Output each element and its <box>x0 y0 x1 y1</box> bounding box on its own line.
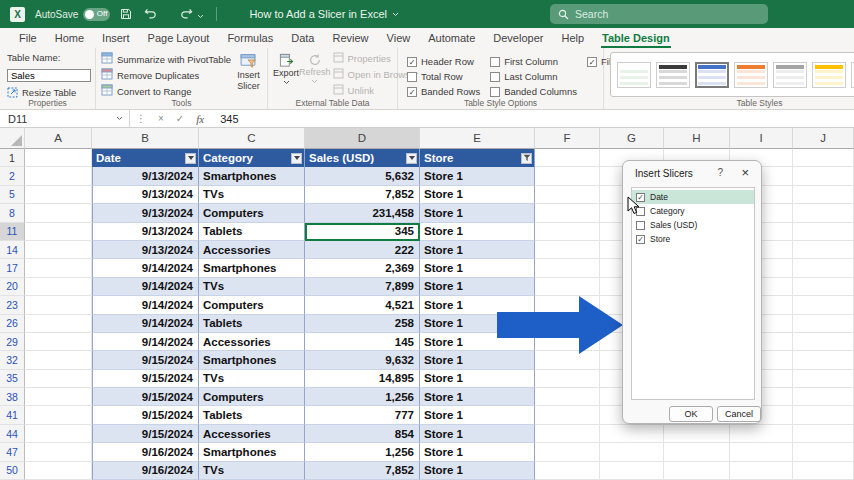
cell-sales-23[interactable]: 4,521 <box>305 296 420 314</box>
empty-cell[interactable] <box>535 241 600 259</box>
checkbox-last-column[interactable]: Last Column <box>490 69 577 84</box>
cell-date-23[interactable]: 9/14/2024 <box>92 296 199 314</box>
table-style-dark-black[interactable] <box>656 62 690 88</box>
tab-developer[interactable]: Developer <box>484 28 552 48</box>
table-header-category[interactable]: Category <box>199 149 305 167</box>
table-header-store[interactable]: Store <box>420 149 535 167</box>
empty-cell[interactable] <box>730 425 793 443</box>
column-header-f[interactable]: F <box>535 128 600 149</box>
cell-category-8[interactable]: Computers <box>199 204 305 222</box>
cell-store-14[interactable]: Store 1 <box>420 241 535 259</box>
table-style-medium-yellow[interactable] <box>812 62 846 88</box>
filter-dropdown-icon[interactable] <box>291 153 302 164</box>
row-header-50[interactable]: 50 <box>0 462 25 480</box>
checkbox-header-row[interactable]: ✓Header Row <box>407 54 480 69</box>
cell-sales-41[interactable]: 777 <box>305 406 420 424</box>
cell-category-23[interactable]: Computers <box>199 296 305 314</box>
cell-category-5[interactable]: TVs <box>199 186 305 204</box>
autosave-toggle[interactable]: Off <box>83 8 110 21</box>
table-style-medium-gray[interactable] <box>773 62 807 88</box>
cell-date-38[interactable]: 9/15/2024 <box>92 388 199 406</box>
empty-cell[interactable] <box>664 425 730 443</box>
empty-cell[interactable] <box>535 388 600 406</box>
empty-cell[interactable] <box>793 388 854 406</box>
cell-sales-47[interactable]: 1,256 <box>305 443 420 461</box>
empty-cell[interactable] <box>535 204 600 222</box>
cell-category-41[interactable]: Tablets <box>199 406 305 424</box>
empty-cell[interactable] <box>793 278 854 296</box>
slicer-field-store[interactable]: ✓Store <box>632 232 754 246</box>
column-header-h[interactable]: H <box>664 128 730 149</box>
tab-help[interactable]: Help <box>552 28 593 48</box>
cell-sales-11[interactable]: 345 <box>305 223 420 241</box>
cell-store-38[interactable]: Store 1 <box>420 388 535 406</box>
table-style-light-green[interactable] <box>617 62 651 88</box>
empty-cell[interactable] <box>25 370 92 388</box>
empty-cell[interactable] <box>793 462 854 480</box>
empty-cell[interactable] <box>793 149 854 167</box>
export-button[interactable]: Export <box>273 51 299 97</box>
cell-sales-14[interactable]: 222 <box>305 241 420 259</box>
empty-cell[interactable] <box>25 462 92 480</box>
empty-cell[interactable] <box>793 333 854 351</box>
cell-date-5[interactable]: 9/13/2024 <box>92 186 199 204</box>
column-header-j[interactable]: J <box>793 128 854 149</box>
cell-sales-35[interactable]: 14,895 <box>305 370 420 388</box>
cell-store-47[interactable]: Store 1 <box>420 443 535 461</box>
empty-cell[interactable] <box>25 204 92 222</box>
empty-cell[interactable] <box>535 370 600 388</box>
row-header-41[interactable]: 41 <box>0 406 25 424</box>
cell-date-44[interactable]: 9/15/2024 <box>92 425 199 443</box>
tab-insert[interactable]: Insert <box>93 28 139 48</box>
empty-cell[interactable] <box>25 186 92 204</box>
tab-review[interactable]: Review <box>323 28 377 48</box>
table-style-medium-orange[interactable] <box>734 62 768 88</box>
empty-cell[interactable] <box>25 351 92 369</box>
empty-cell[interactable] <box>793 241 854 259</box>
empty-cell[interactable] <box>664 462 730 480</box>
document-title[interactable]: How to Add a Slicer in Excel <box>249 8 399 20</box>
cell-date-20[interactable]: 9/14/2024 <box>92 278 199 296</box>
empty-cell[interactable] <box>25 278 92 296</box>
formula-value[interactable]: 345 <box>220 113 238 125</box>
cell-sales-8[interactable]: 231,458 <box>305 204 420 222</box>
checkbox-banded-columns[interactable]: Banded Columns <box>490 84 577 99</box>
cell-date-26[interactable]: 9/14/2024 <box>92 315 199 333</box>
cell-store-44[interactable]: Store 1 <box>420 425 535 443</box>
cell-sales-2[interactable]: 5,632 <box>305 167 420 185</box>
empty-cell[interactable] <box>25 315 92 333</box>
empty-cell[interactable] <box>730 443 793 461</box>
slicer-checkbox-sales-usd[interactable] <box>636 221 645 230</box>
cell-category-47[interactable]: Smartphones <box>199 443 305 461</box>
cell-date-50[interactable]: 9/16/2024 <box>92 462 199 480</box>
redo-icon[interactable] <box>180 8 193 20</box>
empty-cell[interactable] <box>793 259 854 277</box>
cell-date-41[interactable]: 9/15/2024 <box>92 406 199 424</box>
cell-store-5[interactable]: Store 1 <box>420 186 535 204</box>
row-header-8[interactable]: 8 <box>0 204 25 222</box>
row-header-17[interactable]: 17 <box>0 259 25 277</box>
row-header-1[interactable]: 1 <box>0 149 25 167</box>
tab-table-design[interactable]: Table Design <box>593 28 679 48</box>
filter-dropdown-icon[interactable] <box>185 153 196 164</box>
cell-category-14[interactable]: Accessories <box>199 241 305 259</box>
row-header-5[interactable]: 5 <box>0 186 25 204</box>
column-header-g[interactable]: G <box>600 128 664 149</box>
cell-category-11[interactable]: Tablets <box>199 223 305 241</box>
refresh-button[interactable]: Refresh <box>299 51 331 97</box>
select-all-corner[interactable] <box>0 128 25 149</box>
formula-bar-more-icon[interactable]: ⋮ <box>130 113 152 124</box>
cell-sales-44[interactable]: 854 <box>305 425 420 443</box>
checkbox-total-row[interactable]: Total Row <box>407 69 480 84</box>
close-icon[interactable]: × <box>741 165 749 180</box>
cell-category-20[interactable]: TVs <box>199 278 305 296</box>
empty-cell[interactable] <box>535 223 600 241</box>
tab-home[interactable]: Home <box>46 28 93 48</box>
row-header-29[interactable]: 29 <box>0 333 25 351</box>
insert-function-icon[interactable]: fx <box>190 113 210 125</box>
filter-active-icon[interactable] <box>521 153 532 164</box>
tab-automate[interactable]: Automate <box>419 28 484 48</box>
cell-category-26[interactable]: Tablets <box>199 315 305 333</box>
help-icon[interactable]: ? <box>717 167 723 178</box>
cell-category-29[interactable]: Accessories <box>199 333 305 351</box>
